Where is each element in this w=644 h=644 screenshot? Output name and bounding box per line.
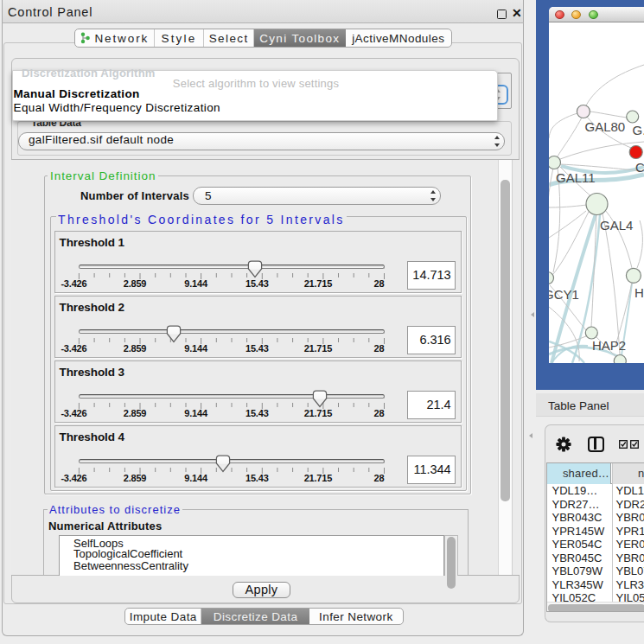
svg-text:HAP2: HAP2	[592, 338, 626, 353]
svg-text:GAL80: GAL80	[585, 119, 626, 134]
svg-text:GCY1: GCY1	[549, 287, 579, 302]
svg-text:C: C	[635, 160, 644, 175]
svg-text:GAL4: GAL4	[600, 218, 633, 233]
svg-text:H: H	[634, 285, 644, 300]
svg-text:G.: G.	[633, 123, 644, 137]
svg-text:GAL11: GAL11	[556, 170, 596, 185]
